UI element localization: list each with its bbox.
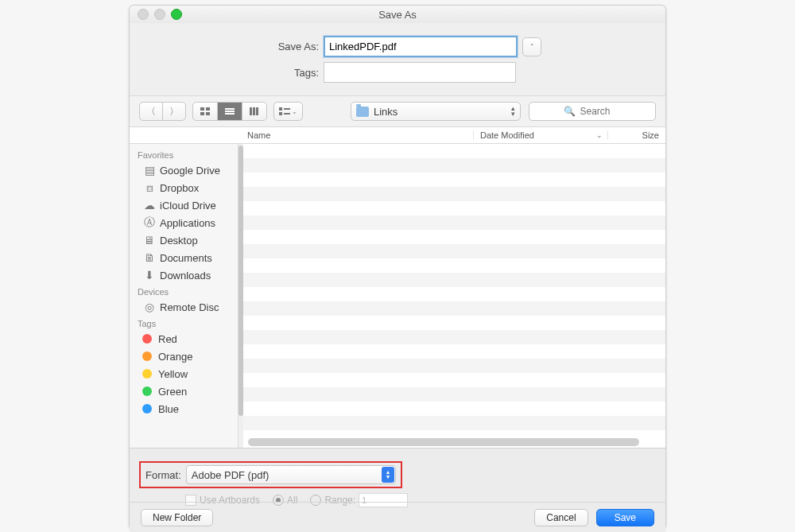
svg-rect-5 <box>225 111 235 112</box>
sidebar-item-label: Documents <box>160 252 212 264</box>
saveas-input[interactable] <box>324 36 518 57</box>
location-popup[interactable]: Links ▴▾ <box>351 102 521 121</box>
sidebar-item-label: Downloads <box>160 270 211 282</box>
grouping-menu[interactable]: ⌄ <box>273 102 303 121</box>
new-folder-button[interactable]: New Folder <box>141 509 213 526</box>
search-input[interactable] <box>579 105 622 118</box>
sidebar-tag-orange[interactable]: Orange <box>130 348 238 365</box>
sidebar-item-label: Google Drive <box>160 165 220 177</box>
icloud-icon: ☁ <box>142 199 157 212</box>
documents-icon: 🗎 <box>142 251 157 264</box>
column-view-button[interactable] <box>242 103 266 120</box>
grouping-icon <box>279 107 290 115</box>
sidebar-item-label: Dropbox <box>160 182 199 194</box>
nav-back-forward: 〈 〉 <box>139 102 186 121</box>
column-header-size[interactable]: Size <box>608 130 665 140</box>
sidebar-item-label: Remote Disc <box>160 301 219 313</box>
search-field[interactable]: 🔍 <box>529 102 656 121</box>
format-select[interactable]: Adobe PDF (pdf) ▴▾ <box>186 465 396 484</box>
sidebar-item-label: iCloud Drive <box>160 200 216 212</box>
tag-dot-icon <box>142 369 152 379</box>
select-caret-icon: ▴▾ <box>382 467 394 483</box>
forward-button[interactable]: 〉 <box>163 103 185 120</box>
sidebar-item-downloads[interactable]: ⬇Downloads <box>130 266 238 284</box>
dropbox-icon: ⧈ <box>142 181 157 195</box>
sidebar-item-desktop[interactable]: 🖥Desktop <box>130 231 238 249</box>
tag-dot-icon <box>142 386 152 396</box>
save-form: Save As: ˄ Tags: <box>130 23 665 95</box>
save-dialog: Save As Save As: ˄ Tags: 〈 〉 <box>129 5 666 530</box>
close-window-button[interactable] <box>138 9 149 20</box>
saveas-label: Save As: <box>139 41 324 52</box>
svg-rect-4 <box>225 108 235 110</box>
sidebar-item-remote-disc[interactable]: ◎Remote Disc <box>130 298 238 316</box>
zoom-window-button[interactable] <box>171 9 182 20</box>
sidebar-tag-red[interactable]: Red <box>130 330 238 348</box>
sidebar-item-documents[interactable]: 🗎Documents <box>130 249 238 266</box>
view-switcher <box>192 102 267 121</box>
sidebar-item-label: Applications <box>160 217 215 229</box>
svg-rect-9 <box>256 107 258 115</box>
sidebar-item-label: Green <box>158 386 187 398</box>
titlebar: Save As <box>130 6 665 23</box>
svg-rect-2 <box>200 112 204 115</box>
cancel-button[interactable]: Cancel <box>534 509 588 526</box>
scrollbar-thumb[interactable] <box>248 438 639 446</box>
svg-rect-6 <box>225 113 235 115</box>
minimize-window-button[interactable] <box>154 9 165 20</box>
icon-view-button[interactable] <box>193 103 218 120</box>
format-selected: Adobe PDF (pdf) <box>192 469 270 481</box>
back-button[interactable]: 〈 <box>140 103 163 120</box>
sidebar-tag-green[interactable]: Green <box>130 382 238 400</box>
svg-rect-12 <box>284 108 290 110</box>
svg-rect-8 <box>253 107 255 115</box>
traffic-lights <box>138 9 182 20</box>
svg-rect-13 <box>284 113 290 115</box>
dialog-footer: New Folder Cancel Save <box>130 502 665 532</box>
sidebar-item-label: Desktop <box>160 235 198 247</box>
downloads-icon: ⬇ <box>142 269 157 282</box>
sidebar-tag-blue[interactable]: Blue <box>130 400 238 417</box>
sidebar-tag-yellow[interactable]: Yellow <box>130 365 238 382</box>
updown-caret-icon: ▴▾ <box>511 106 515 117</box>
sidebar-item-google-drive[interactable]: ▤Google Drive <box>130 161 238 179</box>
tags-input[interactable] <box>324 62 516 83</box>
collapse-button[interactable]: ˄ <box>522 37 541 56</box>
column-header-date[interactable]: Date Modified⌄ <box>474 130 608 140</box>
disc-icon: ◎ <box>142 301 157 313</box>
save-button[interactable]: Save <box>596 509 654 526</box>
browser-toolbar: 〈 〉 ⌄ Links ▴▾ 🔍 <box>130 95 665 127</box>
tag-dot-icon <box>142 334 152 344</box>
chevron-right-icon: 〉 <box>169 107 179 116</box>
columns-icon <box>249 107 260 116</box>
grouping-button[interactable]: ⌄ <box>274 103 302 120</box>
sidebar-item-label: Yellow <box>158 368 188 380</box>
format-label: Format: <box>145 469 181 481</box>
folder-icon <box>356 107 369 117</box>
sort-indicator-icon: ⌄ <box>596 131 603 139</box>
tags-label: Tags: <box>139 67 324 79</box>
window-title: Save As <box>130 9 665 21</box>
sidebar-section-favorites: Favorites <box>130 147 238 161</box>
svg-rect-10 <box>279 107 282 111</box>
sidebar: Favorites ▤Google Drive ⧈Dropbox ☁iCloud… <box>130 144 238 448</box>
sidebar-item-dropbox[interactable]: ⧈Dropbox <box>130 179 238 196</box>
sidebar-item-applications[interactable]: ⒶApplications <box>130 214 238 231</box>
google-drive-icon: ▤ <box>142 164 157 177</box>
sidebar-item-label: Blue <box>158 403 179 415</box>
sidebar-item-icloud[interactable]: ☁iCloud Drive <box>130 196 238 214</box>
format-highlight-box: Format: Adobe PDF (pdf) ▴▾ <box>139 461 402 488</box>
browser-body: Favorites ▤Google Drive ⧈Dropbox ☁iCloud… <box>130 144 665 448</box>
file-list[interactable] <box>243 144 665 448</box>
list-view-button[interactable] <box>218 103 242 120</box>
column-header-name[interactable]: Name <box>241 130 474 140</box>
desktop-icon: 🖥 <box>142 234 157 247</box>
chevron-down-icon: ⌄ <box>292 108 297 115</box>
horizontal-scrollbar[interactable] <box>248 438 656 446</box>
sidebar-section-devices: Devices <box>130 284 238 298</box>
svg-rect-11 <box>279 112 282 115</box>
applications-icon: Ⓐ <box>142 216 157 230</box>
column-headers: Name Date Modified⌄ Size <box>130 127 665 144</box>
tag-dot-icon <box>142 404 152 414</box>
sidebar-item-label: Orange <box>158 351 192 363</box>
